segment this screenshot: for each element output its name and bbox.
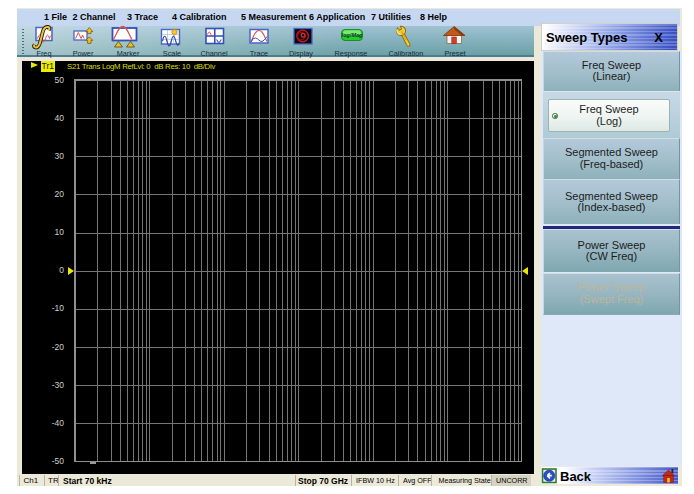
svg-text:log/Mag: log/Mag [342, 32, 363, 38]
